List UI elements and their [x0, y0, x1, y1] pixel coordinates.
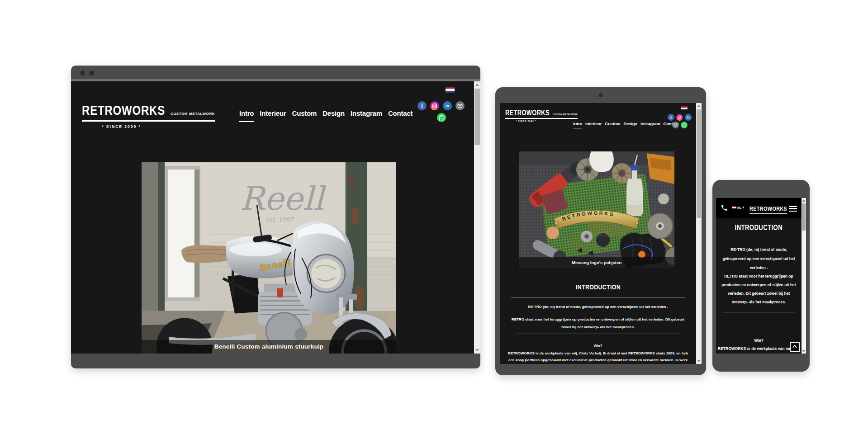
- chevron-up-icon: [792, 344, 798, 350]
- facebook-icon[interactable]: f: [668, 114, 674, 121]
- nl-flag-icon: [732, 206, 736, 209]
- divider: [511, 297, 685, 298]
- whatsapp-glyph: [439, 115, 445, 121]
- envelope-glyph: [674, 123, 678, 127]
- retro-definition: RE·TRO (de; m) trend of mode, geïnspiree…: [509, 305, 687, 309]
- divider: [722, 312, 795, 312]
- hero-image-workbench: RETROWORKS: [519, 151, 674, 268]
- logo-row: RETROWORKS CUSTOM METALWORK: [82, 104, 215, 122]
- scrollbar[interactable]: [474, 81, 480, 354]
- section-title-text: INTRODUCTION: [575, 283, 620, 291]
- main-nav: Intro Interieur Custom Design Instagram …: [239, 109, 413, 122]
- brand-name: RETROWORKS: [749, 205, 787, 214]
- envelope-glyph: [457, 103, 463, 108]
- hamburger-menu-icon[interactable]: [789, 206, 797, 212]
- benelli-motorcycle-illustration: Reell est. 1997: [142, 162, 396, 354]
- wall-graffiti-text: Reell: [240, 179, 327, 217]
- phone-page: NL ▾ RETROWORKS INTRODUCTION RE·TRO (de;…: [716, 198, 802, 354]
- desktop-browser-mockup: RETROWORKS CUSTOM METALWORK * SINCE 2009…: [71, 66, 480, 368]
- nl-flag-icon[interactable]: [446, 87, 455, 93]
- wall-graffiti-subtext: est. 1997: [266, 216, 294, 223]
- nav-item-contact[interactable]: Contact: [388, 109, 413, 117]
- tablet-mockup: RETROWORKS CUSTOM METALWORK * SINCE 2009…: [495, 87, 706, 375]
- linkedin-icon[interactable]: in: [443, 101, 452, 110]
- nl-flag-icon[interactable]: [681, 106, 688, 110]
- facebook-icon[interactable]: f: [417, 101, 427, 110]
- scrollbar-thumb[interactable]: [474, 89, 480, 145]
- scrollbar-up-icon[interactable]: [697, 105, 701, 107]
- phone-mockup: NL ▾ RETROWORKS INTRODUCTION RE·TRO (de;…: [712, 180, 810, 372]
- workbench-tools-illustration: RETROWORKS: [519, 151, 674, 268]
- retro-paragraph: RETRO staat voor het teruggrijpen op pro…: [506, 316, 690, 331]
- camera-dot-icon: [599, 93, 603, 97]
- nav-item-instagram[interactable]: Instagram: [351, 109, 382, 117]
- brand-since: * SINCE 2009 *: [82, 124, 161, 129]
- scrollbar-thumb[interactable]: [697, 109, 701, 218]
- nav-item-custom[interactable]: Custom: [292, 109, 317, 117]
- tablet-screen: RETROWORKS CUSTOM METALWORK * SINCE 2009…: [500, 103, 702, 364]
- whatsapp-glyph: [682, 123, 687, 127]
- main-nav: Intro Interieur Custom Design Instagram …: [573, 121, 679, 128]
- scroll-to-top-button[interactable]: [790, 342, 800, 352]
- nav-item-design[interactable]: Design: [624, 121, 637, 126]
- responsive-preview-canvas: RETROWORKS CUSTOM METALWORK * SINCE 2009…: [0, 0, 868, 434]
- brand-tagline: CUSTOM METALWORK: [553, 113, 578, 116]
- email-icon[interactable]: [672, 122, 679, 128]
- nav-item-intro[interactable]: Intro: [573, 121, 582, 128]
- language-code: NL: [737, 206, 741, 209]
- brand-tagline: CUSTOM METALWORK: [171, 112, 215, 116]
- linkedin-glyph: in: [687, 116, 690, 119]
- who-title: Wie?: [500, 344, 696, 348]
- email-icon[interactable]: [455, 101, 465, 110]
- hero-caption: Messing logo's polijsten: [519, 257, 674, 268]
- nav-item-custom[interactable]: Custom: [605, 121, 620, 126]
- brand-name: RETROWORKS: [505, 109, 550, 116]
- scrollbar-up-icon[interactable]: [802, 199, 806, 202]
- section-title-introduction: INTRODUCTION: [716, 224, 802, 232]
- desktop-page: RETROWORKS CUSTOM METALWORK * SINCE 2009…: [71, 81, 474, 354]
- social-icons-row: f in: [417, 101, 465, 110]
- nav-item-interieur[interactable]: Interieur: [585, 121, 602, 126]
- instagram-icon[interactable]: [430, 101, 439, 110]
- browser-viewport: RETROWORKS CUSTOM METALWORK * SINCE 2009…: [71, 81, 480, 354]
- brand-name: RETROWORKS: [82, 104, 165, 117]
- instagram-icon[interactable]: [676, 114, 683, 121]
- nav-item-interieur[interactable]: Interieur: [260, 109, 286, 117]
- instagram-camera-glyph: [432, 103, 437, 108]
- nav-item-instagram[interactable]: Instagram: [640, 121, 660, 126]
- window-dot-icon: [89, 71, 94, 75]
- nav-item-intro[interactable]: Intro: [239, 109, 254, 122]
- who-paragraph-truncated: RETROWORKS is de werkplaats van mij, Chr…: [718, 346, 800, 351]
- facebook-glyph: f: [421, 103, 423, 109]
- scrollbar[interactable]: [696, 103, 702, 364]
- linkedin-icon[interactable]: in: [685, 114, 692, 121]
- mobile-header: NL ▾ RETROWORKS: [716, 198, 802, 218]
- linkedin-glyph: in: [446, 104, 449, 108]
- scrollbar-down-icon[interactable]: [475, 349, 479, 351]
- scrollbar-thumb[interactable]: [802, 203, 806, 231]
- brand-since: * SINCE 2009 *: [505, 120, 547, 123]
- tablet-page: RETROWORKS CUSTOM METALWORK * SINCE 2009…: [500, 103, 696, 364]
- site-logo[interactable]: RETROWORKS: [749, 204, 791, 214]
- site-logo[interactable]: RETROWORKS CUSTOM METALWORK * SINCE 2009…: [82, 104, 215, 129]
- logo-row: RETROWORKS CUSTOM METALWORK: [505, 109, 578, 119]
- whatsapp-icon[interactable]: [681, 122, 688, 128]
- window-dot-icon: [80, 71, 85, 75]
- instagram-camera-glyph: [678, 115, 682, 119]
- section-title-introduction: INTRODUCTION: [500, 283, 696, 291]
- scrollbar-down-icon[interactable]: [802, 350, 806, 352]
- browser-titlebar: [71, 66, 480, 80]
- nav-item-design[interactable]: Design: [323, 109, 345, 117]
- whatsapp-icon[interactable]: [437, 113, 446, 122]
- scrollbar-down-icon[interactable]: [697, 360, 701, 362]
- who-paragraph: RETROWORKS is de werkplaats van mij, Chr…: [505, 350, 691, 364]
- scrollbar[interactable]: [802, 198, 806, 354]
- who-title: Wie?: [716, 338, 802, 343]
- phone-screen: NL ▾ RETROWORKS INTRODUCTION RE·TRO (de;…: [716, 198, 806, 354]
- phone-call-icon[interactable]: [721, 204, 728, 212]
- language-selector[interactable]: NL ▾: [732, 206, 744, 209]
- scrollbar-up-icon[interactable]: [475, 84, 479, 86]
- divider: [516, 334, 680, 334]
- site-logo[interactable]: RETROWORKS CUSTOM METALWORK * SINCE 2009…: [505, 109, 578, 123]
- section-title-text: INTRODUCTION: [735, 224, 783, 232]
